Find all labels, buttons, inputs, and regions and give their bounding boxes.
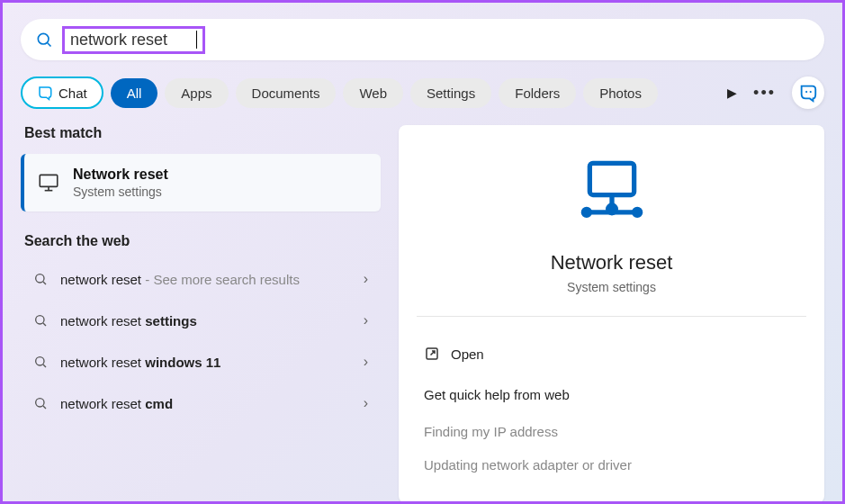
web-result-text: network reset - See more search results xyxy=(60,272,351,287)
svg-point-2 xyxy=(805,91,807,93)
best-match-title: Network reset xyxy=(73,166,168,183)
svg-point-7 xyxy=(36,274,44,283)
tab-web[interactable]: Web xyxy=(343,78,403,108)
chevron-right-icon[interactable]: › xyxy=(364,312,368,328)
open-label: Open xyxy=(451,346,484,362)
tab-folders[interactable]: Folders xyxy=(499,78,576,108)
tab-photos[interactable]: Photos xyxy=(583,78,658,108)
search-icon xyxy=(33,355,48,369)
tab-apps[interactable]: Apps xyxy=(165,78,228,108)
open-external-icon xyxy=(424,346,440,362)
search-input-highlight xyxy=(62,26,205,54)
svg-point-9 xyxy=(36,316,44,324)
svg-point-0 xyxy=(38,33,49,44)
web-result-2[interactable]: network reset windows 11 › xyxy=(21,341,381,382)
chevron-right-icon[interactable]: › xyxy=(364,354,368,370)
preview-subtitle: System settings xyxy=(408,280,815,294)
web-result-3[interactable]: network reset cmd › xyxy=(21,382,381,424)
chat-label: Chat xyxy=(58,86,87,101)
bing-icon xyxy=(798,83,818,103)
search-input[interactable] xyxy=(70,31,196,50)
best-match-result[interactable]: Network reset System settings xyxy=(21,154,381,212)
help-link-1[interactable]: Updating network adapter or driver xyxy=(408,448,815,482)
web-result-0[interactable]: network reset - See more search results … xyxy=(21,258,381,300)
monitor-icon xyxy=(37,171,60,194)
tab-all[interactable]: All xyxy=(111,78,158,108)
chat-button[interactable]: Chat xyxy=(21,76,103,109)
search-icon xyxy=(33,313,48,328)
tab-documents[interactable]: Documents xyxy=(236,78,337,108)
svg-rect-15 xyxy=(589,163,634,194)
text-cursor xyxy=(196,31,197,49)
search-icon xyxy=(33,272,48,286)
chevron-right-icon[interactable]: › xyxy=(364,271,368,287)
svg-line-8 xyxy=(43,282,46,284)
best-match-heading: Best match xyxy=(24,125,381,141)
web-result-1[interactable]: network reset settings › xyxy=(21,300,381,341)
tab-settings[interactable]: Settings xyxy=(410,78,491,108)
chevron-right-icon[interactable]: › xyxy=(364,395,368,411)
svg-line-1 xyxy=(48,43,51,47)
help-link-0[interactable]: Finding my IP address xyxy=(408,415,815,448)
preview-panel: Network reset System settings Open Get q… xyxy=(399,125,824,503)
web-result-text: network reset settings xyxy=(60,313,351,328)
results-left-column: Best match Network reset System settings… xyxy=(21,125,381,503)
bing-chat-icon xyxy=(37,85,53,101)
search-icon xyxy=(33,396,48,410)
search-bar[interactable] xyxy=(21,19,824,60)
best-match-subtitle: System settings xyxy=(73,184,168,199)
web-result-text: network reset windows 11 xyxy=(60,355,351,370)
open-action[interactable]: Open xyxy=(408,338,815,369)
search-web-heading: Search the web xyxy=(24,233,381,249)
tabs-right-controls: ▶ ••• xyxy=(727,76,824,109)
divider xyxy=(417,316,806,317)
svg-point-11 xyxy=(36,357,44,365)
svg-point-20 xyxy=(607,205,616,213)
network-reset-icon xyxy=(572,219,652,234)
svg-point-13 xyxy=(36,399,44,407)
svg-line-10 xyxy=(43,323,46,326)
search-icon xyxy=(35,31,53,49)
best-match-text: Network reset System settings xyxy=(73,166,168,199)
svg-rect-4 xyxy=(40,175,58,186)
svg-line-14 xyxy=(43,406,46,409)
svg-point-3 xyxy=(810,91,812,93)
svg-point-19 xyxy=(634,209,640,215)
filter-tabs-row: Chat All Apps Documents Web Settings Fol… xyxy=(21,76,824,109)
svg-point-18 xyxy=(583,209,589,215)
results-content: Best match Network reset System settings… xyxy=(21,125,824,503)
svg-line-12 xyxy=(43,364,46,367)
preview-title: Network reset xyxy=(408,251,815,274)
scroll-tabs-right-icon[interactable]: ▶ xyxy=(727,86,737,100)
bing-launch-button[interactable] xyxy=(792,76,824,109)
web-result-text: network reset cmd xyxy=(60,396,351,411)
more-options-icon[interactable]: ••• xyxy=(753,84,776,103)
quick-help-heading: Get quick help from web xyxy=(408,369,815,415)
preview-header: Network reset System settings xyxy=(408,152,815,294)
